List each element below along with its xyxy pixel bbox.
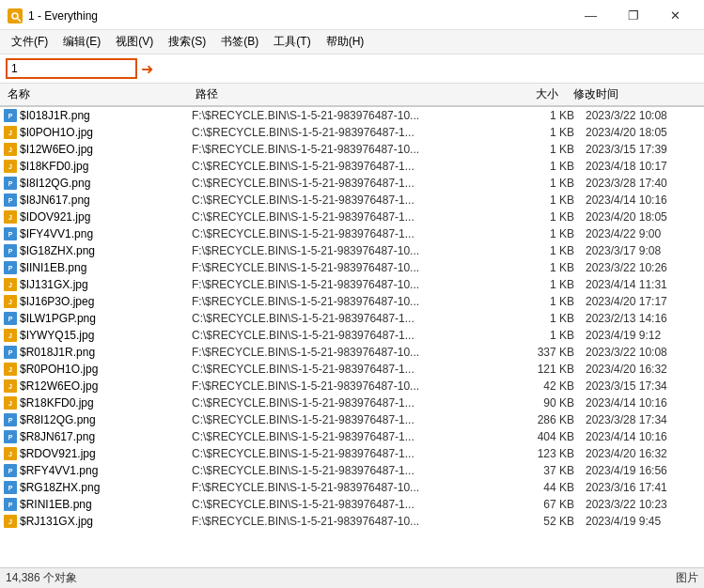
file-path-cell: C:\$RECYCLE.BIN\S-1-5-21-983976487-1...: [188, 447, 507, 460]
table-row[interactable]: P $ILW1PGP.png C:\$RECYCLE.BIN\S-1-5-21-…: [0, 310, 704, 327]
file-size-cell: 1 KB: [507, 210, 582, 224]
table-row[interactable]: J $IJ131GX.jpg F:\$RECYCLE.BIN\S-1-5-21-…: [0, 276, 704, 293]
file-size-cell: 44 KB: [507, 481, 582, 494]
table-row[interactable]: J $R12W6EO.jpg F:\$RECYCLE.BIN\S-1-5-21-…: [0, 378, 704, 395]
file-name-cell: J $I12W6EO.jpg: [0, 143, 188, 156]
file-path-cell: F:\$RECYCLE.BIN\S-1-5-21-983976487-10...: [188, 278, 507, 291]
file-name: $IDOV921.jpg: [20, 210, 90, 224]
title-left: 1 - Everything: [8, 8, 98, 23]
file-path-cell: C:\$RECYCLE.BIN\S-1-5-21-983976487-1...: [188, 126, 507, 139]
file-name: $I0POH1O.jpg: [20, 126, 93, 139]
menu-item[interactable]: 文件(F): [4, 32, 55, 52]
search-input[interactable]: [6, 58, 137, 79]
file-name: $RG18ZHX.png: [20, 481, 100, 494]
menu-item[interactable]: 书签(B): [213, 32, 266, 52]
table-row[interactable]: P $IFY4VV1.png C:\$RECYCLE.BIN\S-1-5-21-…: [0, 225, 704, 242]
file-size-cell: 67 KB: [507, 498, 582, 511]
svg-line-2: [18, 19, 21, 22]
table-row[interactable]: J $R0POH1O.jpg C:\$RECYCLE.BIN\S-1-5-21-…: [0, 361, 704, 378]
file-modified-cell: 2023/4/20 16:32: [582, 447, 704, 460]
table-row[interactable]: P $IG18ZHX.png F:\$RECYCLE.BIN\S-1-5-21-…: [0, 242, 704, 259]
table-row[interactable]: J $IYWYQ15.jpg C:\$RECYCLE.BIN\S-1-5-21-…: [0, 327, 704, 344]
col-header-name[interactable]: 名称: [0, 86, 188, 102]
file-name: $ILW1PGP.png: [20, 312, 96, 325]
file-size-cell: 52 KB: [507, 515, 582, 528]
menu-item[interactable]: 工具(T): [266, 32, 318, 52]
file-modified-cell: 2023/4/19 16:56: [582, 464, 704, 477]
file-name-cell: J $I18KFD0.jpg: [0, 160, 188, 173]
file-list[interactable]: P $I018J1R.png F:\$RECYCLE.BIN\S-1-5-21-…: [0, 107, 704, 567]
file-size-cell: 1 KB: [507, 261, 582, 274]
minimize-button[interactable]: —: [570, 6, 612, 26]
menu-item[interactable]: 帮助(H): [319, 32, 372, 52]
file-modified-cell: 2023/3/22 10:26: [582, 261, 704, 274]
file-name: $R018J1R.png: [20, 346, 95, 359]
file-name: $RJ131GX.jpg: [20, 515, 93, 528]
file-type-icon: J: [4, 363, 17, 376]
file-type-icon: P: [4, 413, 17, 426]
table-row[interactable]: J $I12W6EO.jpg F:\$RECYCLE.BIN\S-1-5-21-…: [0, 141, 704, 158]
file-name-cell: J $IJ16P3O.jpeg: [0, 295, 188, 308]
window-title: 1 - Everything: [28, 9, 98, 23]
file-name: $I18KFD0.jpg: [20, 160, 88, 173]
file-modified-cell: 2023/4/14 11:31: [582, 278, 704, 291]
file-type-icon: J: [4, 396, 17, 410]
table-row[interactable]: P $I8I12QG.png C:\$RECYCLE.BIN\S-1-5-21-…: [0, 175, 704, 192]
file-name: $IG18ZHX.png: [20, 244, 95, 257]
table-row[interactable]: P $RG18ZHX.png F:\$RECYCLE.BIN\S-1-5-21-…: [0, 479, 704, 496]
file-size-cell: 1 KB: [507, 227, 582, 240]
table-row[interactable]: P $R018J1R.png F:\$RECYCLE.BIN\S-1-5-21-…: [0, 344, 704, 361]
file-size-cell: 1 KB: [507, 244, 582, 257]
file-name: $RFY4VV1.png: [20, 464, 98, 477]
table-row[interactable]: P $I8JN617.png C:\$RECYCLE.BIN\S-1-5-21-…: [0, 192, 704, 209]
file-type-icon: P: [4, 244, 17, 257]
file-modified-cell: 2023/4/14 10:16: [582, 396, 704, 410]
file-name-cell: P $I8JN617.png: [0, 193, 188, 207]
file-name-cell: P $IFY4VV1.png: [0, 227, 188, 240]
table-row[interactable]: P $IINI1EB.png F:\$RECYCLE.BIN\S-1-5-21-…: [0, 259, 704, 276]
table-row[interactable]: P $I018J1R.png F:\$RECYCLE.BIN\S-1-5-21-…: [0, 107, 704, 124]
file-path-cell: C:\$RECYCLE.BIN\S-1-5-21-983976487-1...: [188, 464, 507, 477]
table-row[interactable]: P $RFY4VV1.png C:\$RECYCLE.BIN\S-1-5-21-…: [0, 462, 704, 479]
file-type-icon: P: [4, 481, 17, 494]
file-size-cell: 42 KB: [507, 379, 582, 393]
table-row[interactable]: J $RDOV921.jpg C:\$RECYCLE.BIN\S-1-5-21-…: [0, 445, 704, 462]
table-row[interactable]: J $R18KFD0.jpg C:\$RECYCLE.BIN\S-1-5-21-…: [0, 395, 704, 411]
table-row[interactable]: J $IDOV921.jpg C:\$RECYCLE.BIN\S-1-5-21-…: [0, 209, 704, 225]
file-path-cell: C:\$RECYCLE.BIN\S-1-5-21-983976487-1...: [188, 329, 507, 342]
file-name-cell: P $IG18ZHX.png: [0, 244, 188, 257]
table-row[interactable]: P $RINI1EB.png C:\$RECYCLE.BIN\S-1-5-21-…: [0, 496, 704, 513]
menu-item[interactable]: 编辑(E): [55, 32, 108, 52]
col-header-modified[interactable]: 修改时间: [566, 86, 688, 102]
file-name: $RINI1EB.png: [20, 498, 92, 511]
file-path-cell: F:\$RECYCLE.BIN\S-1-5-21-983976487-10...: [188, 379, 507, 393]
close-button[interactable]: ✕: [654, 6, 696, 26]
file-size-cell: 1 KB: [507, 160, 582, 173]
file-modified-cell: 2023/3/15 17:34: [582, 379, 704, 393]
file-name: $R8JN617.png: [20, 430, 95, 443]
file-type-icon: P: [4, 109, 17, 122]
table-row[interactable]: J $RJ131GX.jpg F:\$RECYCLE.BIN\S-1-5-21-…: [0, 513, 704, 530]
file-name-cell: P $RINI1EB.png: [0, 498, 188, 511]
menu-item[interactable]: 视图(V): [108, 32, 161, 52]
menu-item[interactable]: 搜索(S): [161, 32, 213, 52]
restore-button[interactable]: ❐: [612, 6, 654, 26]
file-name: $IFY4VV1.png: [20, 227, 93, 240]
col-header-size[interactable]: 大小: [491, 86, 566, 102]
file-path-cell: F:\$RECYCLE.BIN\S-1-5-21-983976487-10...: [188, 515, 507, 528]
table-row[interactable]: J $I18KFD0.jpg C:\$RECYCLE.BIN\S-1-5-21-…: [0, 158, 704, 175]
file-size-cell: 1 KB: [507, 312, 582, 325]
file-modified-cell: 2023/4/14 10:16: [582, 430, 704, 443]
file-name-cell: P $R018J1R.png: [0, 346, 188, 359]
file-size-cell: 337 KB: [507, 346, 582, 359]
file-size-cell: 1 KB: [507, 177, 582, 190]
file-modified-cell: 2023/3/28 17:40: [582, 177, 704, 190]
table-row[interactable]: J $IJ16P3O.jpeg F:\$RECYCLE.BIN\S-1-5-21…: [0, 293, 704, 310]
col-header-path[interactable]: 路径: [188, 86, 491, 102]
table-row[interactable]: P $R8I12QG.png C:\$RECYCLE.BIN\S-1-5-21-…: [0, 411, 704, 428]
status-count: 14,386 个对象: [6, 570, 77, 586]
file-name: $RDOV921.jpg: [20, 447, 96, 460]
table-row[interactable]: P $R8JN617.png C:\$RECYCLE.BIN\S-1-5-21-…: [0, 428, 704, 445]
table-row[interactable]: J $I0POH1O.jpg C:\$RECYCLE.BIN\S-1-5-21-…: [0, 124, 704, 141]
file-modified-cell: 2023/4/20 18:05: [582, 210, 704, 224]
